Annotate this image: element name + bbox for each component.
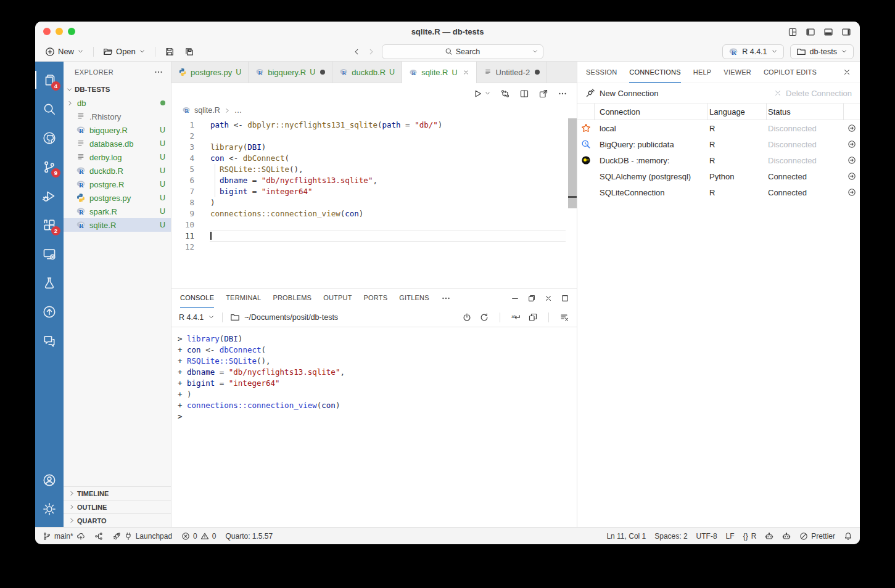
notifications-button[interactable]	[844, 532, 852, 541]
explorer-item-duckdb.R[interactable]: Rduckdb.RU	[64, 164, 171, 178]
move-to-editor-icon[interactable]: ab	[511, 312, 521, 322]
breadcrumb-more[interactable]: …	[234, 106, 242, 115]
eol-setting[interactable]: LF	[726, 532, 735, 541]
chevron-down-icon[interactable]	[484, 90, 491, 97]
back-icon[interactable]	[352, 47, 361, 56]
code-line-2[interactable]: 2	[171, 131, 577, 142]
right-tab-copilot-edits[interactable]: COPILOT EDITS	[764, 62, 817, 83]
panel-tab-output[interactable]: OUTPUT	[323, 288, 352, 308]
prettier-status[interactable]: Prettier	[799, 532, 835, 541]
interpreter-selector[interactable]: R R 4.4.1	[722, 44, 783, 59]
toggle-right-sidebar-icon[interactable]	[841, 27, 851, 37]
panel-tab-problems[interactable]: PROBLEMS	[273, 288, 311, 308]
activity-remote-explorer[interactable]	[35, 239, 64, 268]
language-mode[interactable]: {} R	[743, 532, 757, 541]
code-line-9[interactable]: 9connections::connection_view(con)	[171, 208, 577, 219]
shutdown-console-icon[interactable]	[462, 312, 472, 322]
editor-tab-postgres.py[interactable]: postgres.pyU	[171, 62, 249, 83]
git-graph-button[interactable]	[94, 532, 103, 541]
breadcrumb-file[interactable]: sqlite.R	[194, 106, 220, 115]
close-right-panel-icon[interactable]	[843, 68, 851, 76]
encoding-setting[interactable]: UTF-8	[696, 532, 717, 541]
right-tab-connections[interactable]: CONNECTIONS	[629, 62, 680, 83]
explorer-item-spark.R[interactable]: Rspark.RU	[64, 205, 171, 218]
console-interpreter-label[interactable]: R 4.4.1	[179, 313, 204, 322]
copilot-status[interactable]	[765, 532, 773, 541]
connection-row[interactable]: localRDisconnected	[577, 120, 860, 136]
new-connection-button[interactable]: New Connection	[600, 89, 658, 98]
code-line-11[interactable]: 11	[171, 231, 577, 242]
connection-row[interactable]: SQLiteConnectionRConnected	[577, 184, 860, 200]
section-timeline[interactable]: TIMELINE	[64, 486, 171, 500]
editor-scrollbar[interactable]	[568, 118, 577, 208]
connection-row[interactable]: BigQuery: publicdataRDisconnected	[577, 136, 860, 152]
code-line-10[interactable]: 10	[171, 219, 577, 231]
open-in-new-window-icon[interactable]	[528, 312, 538, 322]
code-line-5[interactable]: 5 RSQLite::SQLite(),	[171, 164, 577, 175]
source-file-icon[interactable]	[500, 89, 510, 99]
code-line-3[interactable]: 3library(DBI)	[171, 142, 577, 153]
activity-search[interactable]	[35, 94, 64, 123]
editor-tab-sqlite.R[interactable]: Rsqlite.RU	[402, 62, 476, 83]
cursor-position[interactable]: Ln 11, Col 1	[606, 532, 646, 541]
open-connection-button[interactable]	[844, 184, 860, 200]
code-line-12[interactable]: 12	[171, 242, 577, 253]
more-actions-icon[interactable]	[154, 67, 163, 77]
panel-tab-console[interactable]: CONSOLE	[180, 288, 214, 308]
open-connection-button[interactable]	[844, 152, 860, 168]
customize-layout-icon[interactable]	[788, 27, 798, 37]
forward-icon[interactable]	[367, 47, 376, 56]
open-connection-button[interactable]	[844, 168, 860, 184]
run-button[interactable]	[472, 89, 491, 99]
activity-github[interactable]	[35, 123, 64, 152]
workspace-selector[interactable]: db-tests	[790, 44, 854, 59]
connection-row[interactable]: DuckDB - :memory:RDisconnected	[577, 152, 860, 168]
copilot-edits-status[interactable]	[782, 532, 791, 541]
chevron-down-icon[interactable]	[532, 48, 538, 55]
problems-status[interactable]: 0 0	[181, 532, 216, 541]
open-connection-button[interactable]	[844, 120, 860, 136]
editor-tab-bigquery.R[interactable]: Rbigquery.RU	[249, 62, 332, 83]
launchpad-button[interactable]: Launchpad	[112, 532, 172, 541]
activity-publish[interactable]	[35, 297, 64, 326]
new-button[interactable]: New	[41, 45, 88, 59]
section-quarto[interactable]: QUARTO	[64, 513, 171, 527]
git-branch-status[interactable]: main*	[43, 532, 85, 541]
activity-testing[interactable]	[35, 268, 64, 297]
code-line-8[interactable]: 8)	[171, 197, 577, 208]
code-line-1[interactable]: 1path <- dbplyr::nycflights131_sqlite(pa…	[171, 120, 577, 131]
code-line-7[interactable]: 7 bigint = "integer64"	[171, 186, 577, 197]
code-line-4[interactable]: 4con <- dbConnect(	[171, 153, 577, 164]
explorer-item-derby.log[interactable]: derby.logU	[64, 150, 171, 164]
activity-extensions[interactable]: 2	[35, 210, 64, 239]
explorer-item-.Rhistory[interactable]: .Rhistory	[64, 110, 171, 123]
right-tab-viewer[interactable]: VIEWER	[724, 62, 751, 83]
right-tab-session[interactable]: SESSION	[586, 62, 617, 83]
connection-row[interactable]: SQLAlchemy (postgresql)PythonConnected	[577, 168, 860, 184]
breadcrumb[interactable]: R sqlite.R …	[171, 104, 577, 117]
explorer-item-postgre.R[interactable]: Rpostgre.RU	[64, 178, 171, 191]
open-in-window-icon[interactable]	[538, 89, 548, 99]
console-output[interactable]: > library(DBI)+ con <- dbConnect(+ RSQLi…	[171, 327, 577, 527]
explorer-item-database.db[interactable]: database.dbU	[64, 137, 171, 150]
explorer-item-postgres.py[interactable]: postgres.pyU	[64, 191, 171, 205]
search-input[interactable]: Search	[382, 44, 543, 59]
right-tab-help[interactable]: HELP	[693, 62, 712, 83]
restart-console-icon[interactable]	[479, 312, 489, 322]
more-tabs-icon[interactable]	[441, 293, 451, 303]
editor-tab-Untitled-2[interactable]: Untitled-2	[477, 62, 548, 83]
minimize-panel-icon[interactable]	[511, 294, 519, 303]
more-actions-icon[interactable]	[558, 89, 567, 99]
activity-explorer[interactable]: 4	[35, 65, 64, 94]
activity-accounts[interactable]	[35, 465, 64, 494]
explorer-item-bigquery.R[interactable]: Rbigquery.RU	[64, 123, 171, 137]
editor-tab-duckdb.R[interactable]: Rduckdb.RU	[332, 62, 402, 83]
panel-tab-ports[interactable]: PORTS	[364, 288, 388, 308]
explorer-item-db[interactable]: db	[64, 96, 171, 110]
open-button[interactable]: Open	[99, 45, 149, 59]
panel-tab-terminal[interactable]: TERMINAL	[226, 288, 261, 308]
activity-comments[interactable]	[35, 326, 64, 355]
code-line-6[interactable]: 6 dbname = "db/nycflights13.sqlite",	[171, 175, 577, 186]
close-tab-icon[interactable]	[463, 69, 469, 76]
activity-settings[interactable]	[35, 494, 64, 523]
